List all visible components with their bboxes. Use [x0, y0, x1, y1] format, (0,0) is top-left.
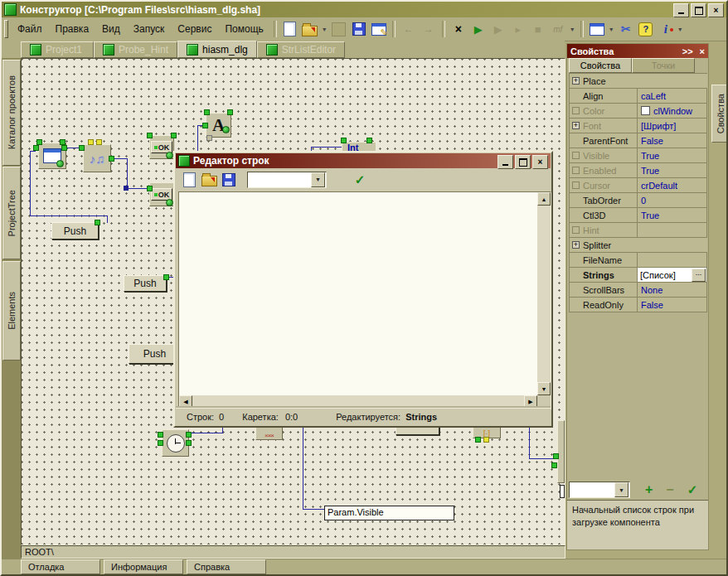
- sidebar-tab-project-catalog[interactable]: Каталог проектов: [2, 60, 21, 166]
- tab-strlisteditor[interactable]: StrListEditor: [257, 41, 345, 58]
- right-tab-properties[interactable]: Свойства: [711, 85, 728, 143]
- connection-point[interactable]: [553, 453, 559, 459]
- form-editor-button[interactable]: [587, 19, 607, 39]
- close-button[interactable]: ×: [708, 3, 724, 17]
- run-dropdown[interactable]: ▼: [568, 19, 577, 39]
- connection-point[interactable]: [186, 432, 192, 438]
- property-row-align[interactable]: AligncaLeft: [570, 89, 707, 104]
- bottom-tab-debug[interactable]: Отладка: [21, 559, 100, 574]
- maximize-button[interactable]: [691, 3, 706, 17]
- checkbox-icon[interactable]: [572, 167, 580, 174]
- dialog-combobox[interactable]: ▼: [247, 172, 327, 188]
- expand-icon[interactable]: +: [572, 122, 580, 129]
- new-file-button[interactable]: [280, 19, 300, 39]
- connection-point[interactable]: [227, 109, 233, 115]
- title-bar[interactable]: Конструктор [C:\Program Files\src\hiasm_…: [2, 2, 726, 17]
- minimize-button[interactable]: [673, 3, 689, 17]
- menu-run[interactable]: Запуск: [127, 21, 172, 37]
- connection-point[interactable]: [158, 432, 163, 438]
- value-combobox[interactable]: ▼: [569, 482, 630, 498]
- dialog-close-button[interactable]: ×: [532, 155, 548, 169]
- dialog-title-bar[interactable]: Редактор строк ×: [176, 153, 551, 168]
- component-param-visible[interactable]: Param.Visible: [324, 506, 454, 520]
- collapse-chevrons-icon[interactable]: >>: [682, 46, 693, 56]
- chevron-down-icon[interactable]: ▼: [311, 172, 325, 187]
- edit-form-button[interactable]: ✎: [369, 19, 389, 39]
- run-step-button[interactable]: ▸: [508, 19, 528, 39]
- connection-point[interactable]: [475, 437, 481, 443]
- property-row-readonly[interactable]: ReadOnlyFalse: [570, 298, 707, 312]
- chevron-down-icon[interactable]: ▼: [614, 482, 629, 497]
- connection-point[interactable]: [186, 440, 192, 446]
- profiler-button[interactable]: mf: [548, 19, 568, 39]
- dialog-open-button[interactable]: [199, 170, 219, 190]
- checkbox-icon[interactable]: [572, 182, 580, 189]
- connection-point[interactable]: [88, 139, 94, 145]
- connection-point[interactable]: [36, 139, 42, 145]
- property-row-enabled[interactable]: EnabledTrue: [570, 163, 707, 178]
- property-row-taborder[interactable]: TabOrder0: [570, 193, 707, 208]
- panel-close-icon[interactable]: ×: [700, 46, 705, 56]
- help-button[interactable]: ?: [636, 19, 656, 39]
- open-file-button[interactable]: [300, 19, 320, 39]
- string-edit-area[interactable]: ▲ ▼ ◀ ▶: [178, 191, 551, 409]
- property-row-ctl3d[interactable]: Ctl3DTrue: [570, 208, 707, 223]
- tab-points[interactable]: Точки: [632, 58, 695, 73]
- toolbar-grip[interactable]: [4, 20, 8, 38]
- connection-point[interactable]: [61, 145, 67, 151]
- dialog-save-button[interactable]: [219, 170, 239, 190]
- apply-button[interactable]: ✓: [687, 482, 698, 497]
- property-row-scrollbars[interactable]: ScrollBarsNone: [570, 283, 707, 298]
- color-swatch[interactable]: [641, 106, 650, 115]
- back-button[interactable]: ←: [399, 19, 419, 39]
- add-button[interactable]: +: [645, 482, 653, 497]
- component-partial-edge[interactable]: [557, 420, 565, 483]
- menu-service[interactable]: Сервис: [171, 21, 218, 37]
- wire-node[interactable]: [124, 186, 129, 191]
- stop-button[interactable]: ■: [528, 19, 548, 39]
- connection-point[interactable]: [147, 186, 153, 191]
- dialog-new-button[interactable]: [179, 170, 199, 190]
- connection-point[interactable]: [79, 145, 85, 151]
- property-row-visible[interactable]: VisibleTrue: [570, 148, 707, 163]
- run-nodebug-button[interactable]: ▶: [488, 19, 508, 39]
- about-button[interactable]: i: [656, 19, 676, 39]
- menu-help[interactable]: Помощь: [218, 21, 269, 37]
- tab-project1[interactable]: Project1: [21, 41, 94, 58]
- property-row-splitter[interactable]: +Splitter: [570, 238, 707, 253]
- about-dropdown[interactable]: ▼: [676, 19, 685, 39]
- connection-point[interactable]: [109, 156, 114, 162]
- string-editor-dialog[interactable]: Редактор строк × ▼ ✓ ▲ ▼ ◀ ▶: [173, 151, 553, 428]
- connection-point[interactable]: [33, 145, 39, 151]
- connection-point[interactable]: [483, 437, 489, 443]
- connection-point[interactable]: [551, 462, 557, 468]
- ellipsis-button[interactable]: ...: [692, 269, 706, 282]
- component-push-button-2[interactable]: Push: [124, 275, 167, 292]
- bottom-tab-help[interactable]: Справка: [187, 559, 266, 574]
- connection-point[interactable]: [147, 133, 153, 138]
- checkbox-icon[interactable]: [572, 152, 580, 159]
- save-button[interactable]: [349, 19, 369, 39]
- scroll-down-icon[interactable]: ▼: [537, 382, 551, 395]
- form-dropdown[interactable]: ▼: [607, 19, 616, 39]
- tab-properties[interactable]: Свойства: [569, 58, 632, 73]
- property-row-strings[interactable]: Strings[Список]...: [570, 268, 707, 283]
- connection-point[interactable]: [95, 220, 100, 225]
- schema-path-bar[interactable]: ROOT\: [21, 545, 565, 559]
- expand-icon[interactable]: +: [572, 77, 580, 85]
- connection-point[interactable]: [171, 133, 177, 138]
- component-partial-box[interactable]: [560, 485, 565, 498]
- expand-icon[interactable]: +: [572, 241, 580, 249]
- connection-point[interactable]: [163, 274, 169, 280]
- property-row-cursor[interactable]: CursorcrDefault: [570, 178, 707, 193]
- bottom-tab-information[interactable]: Информация: [104, 559, 183, 574]
- scroll-left-icon[interactable]: ◀: [179, 395, 192, 409]
- property-row-filename[interactable]: FileName: [570, 253, 707, 268]
- scroll-up-icon[interactable]: ▲: [537, 192, 551, 206]
- horizontal-scrollbar[interactable]: ◀ ▶: [179, 395, 537, 409]
- scroll-right-icon[interactable]: ▶: [524, 395, 537, 409]
- checkbox-icon[interactable]: [572, 226, 580, 234]
- menu-edit[interactable]: Правка: [49, 21, 96, 37]
- forward-button[interactable]: →: [419, 19, 439, 39]
- dialog-maximize-button[interactable]: [515, 155, 531, 169]
